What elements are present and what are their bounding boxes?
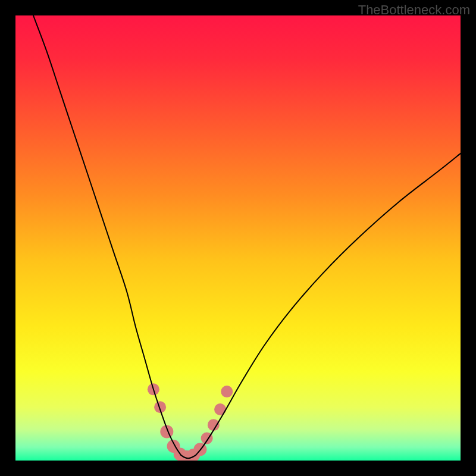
marker-dot xyxy=(221,386,233,397)
marker-dot xyxy=(214,403,226,415)
chart-svg xyxy=(15,15,461,461)
chart-plot xyxy=(15,15,461,461)
marker-dot xyxy=(208,419,220,431)
chart-background xyxy=(15,15,461,461)
watermark-text: TheBottleneck.com xyxy=(358,2,470,18)
